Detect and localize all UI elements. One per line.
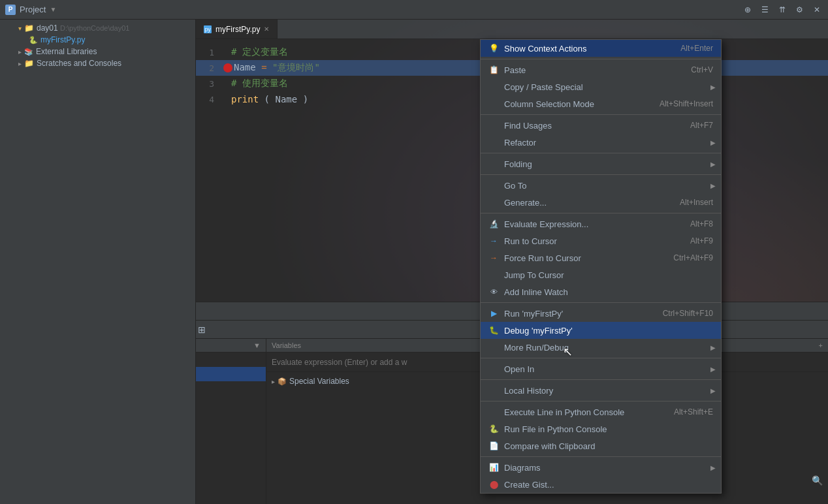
editor-tab-bar: py myFirstPy.py ✕ [196, 20, 828, 39]
ctx-execute-icon [488, 407, 499, 417]
ctx-execute-line[interactable]: Execute Line in Python Console Alt+Shift… [481, 403, 721, 420]
ctx-run-to-cursor[interactable]: → Run to Cursor Alt+F9 [481, 232, 721, 249]
ctx-paste-label: Paste [504, 65, 686, 75]
title-bar: P Project ▼ ⊕ ☰ ⇈ ⚙ ✕ [0, 0, 828, 20]
frames-dropdown[interactable]: ▼ [253, 341, 261, 349]
ctx-show-context-shortcut: Alt+Enter [680, 44, 713, 53]
ctx-run[interactable]: ▶ Run 'myFirstPy' Ctrl+Shift+F10 [481, 305, 721, 322]
tab-close-btn[interactable]: ✕ [264, 25, 269, 33]
editor-tab-myfirstpy[interactable]: py myFirstPy.py ✕ [196, 20, 278, 39]
ctx-more-run-debug[interactable]: More Run/Debug [481, 339, 721, 356]
ctx-folding[interactable]: Folding [481, 155, 721, 172]
ctx-force-run-cursor[interactable]: → Force Run to Cursor Ctrl+Alt+F9 [481, 249, 721, 266]
ctx-copy-paste-label: Copy / Paste Special [504, 82, 713, 92]
ctx-force-label: Force Run to Cursor [504, 253, 668, 263]
special-vars-icon: 📦 [278, 377, 287, 386]
ctx-copy-paste-special[interactable]: Copy / Paste Special [481, 78, 721, 95]
sidebar-file-label: myFirstPy.py [40, 35, 85, 44]
paren-token: ( [264, 94, 270, 104]
ctx-column-shortcut: Alt+Shift+Insert [660, 99, 713, 108]
ctx-sep-1 [481, 59, 721, 59]
name-token2: Name [275, 94, 297, 104]
ctx-find-label: Find Usages [504, 121, 685, 131]
ctx-history-label: Local History [504, 386, 713, 396]
ctx-open-in[interactable]: Open In [481, 360, 721, 377]
structure-btn[interactable]: ☰ [759, 4, 771, 16]
ctx-execute-label: Execute Line in Python Console [504, 407, 669, 417]
ctx-jump-cursor[interactable]: Jump To Cursor [481, 266, 721, 283]
ctx-openin-label: Open In [504, 364, 713, 374]
ctx-diagrams[interactable]: 📊 Diagrams [481, 459, 721, 476]
ctx-compare-icon: 📄 [488, 441, 499, 451]
line-number-4: 4 [196, 95, 222, 104]
sidebar-item-external-libraries[interactable]: ▸ 📚 External Libraries [0, 46, 195, 57]
ctx-diagrams-icon: 📊 [488, 462, 499, 473]
ctx-inline-watch[interactable]: 👁 Add Inline Watch [481, 283, 721, 300]
ctx-evaluate-expr[interactable]: 🔬 Evaluate Expression... Alt+F8 [481, 215, 721, 232]
sidebar-item-myfirstpy[interactable]: 🐍 myFirstPy.py [0, 34, 195, 46]
sidebar-item-scratches[interactable]: ▸ 📁 Scratches and Consoles [0, 57, 195, 69]
ctx-eval-shortcut: Alt+F8 [690, 219, 713, 228]
new-file-btn[interactable]: ⊕ [742, 4, 754, 16]
close-sidebar-btn[interactable]: ✕ [811, 4, 823, 16]
collapse-btn[interactable]: ⇈ [776, 4, 788, 16]
ctx-column-selection[interactable]: Column Selection Mode Alt+Shift+Insert [481, 95, 721, 112]
ctx-run-file-python[interactable]: 🐍 Run File in Python Console [481, 420, 721, 437]
sidebar: ▾ 📁 day01 D:\pythonCode\day01 🐍 myFirstP… [0, 20, 196, 504]
ctx-refactor[interactable]: Refactor [481, 134, 721, 151]
project-dropdown-icon[interactable]: ▼ [50, 6, 56, 13]
ctx-paste-icon: 📋 [488, 65, 499, 75]
ctx-debug-icon: 🐛 [488, 325, 499, 336]
name-token: Name [234, 62, 261, 72]
python-file-icon: 🐍 [29, 36, 38, 44]
ctx-sep-6 [481, 302, 721, 303]
ctx-goto-icon [488, 180, 499, 191]
lib-icon: 📚 [24, 48, 33, 56]
ctx-go-to[interactable]: Go To [481, 177, 721, 194]
line-number-2: 2 [196, 63, 222, 73]
ctx-sep-8 [481, 379, 721, 380]
ctx-compare-clipboard[interactable]: 📄 Compare with Clipboard [481, 437, 721, 454]
sidebar-item-day01[interactable]: ▾ 📁 day01 D:\pythonCode\day01 [0, 22, 195, 34]
sidebar-lib-label: External Libraries [36, 47, 97, 56]
ctx-gen-label: Generate... [504, 198, 675, 208]
ctx-copy-icon [488, 82, 499, 92]
ctx-local-history[interactable]: Local History [481, 382, 721, 399]
ctx-bulb-icon: 💡 [488, 43, 499, 54]
ctx-refactor-icon [488, 137, 499, 148]
context-menu: 💡 Show Context Actions Alt+Enter 📋 Paste… [480, 39, 722, 494]
ctx-force-shortcut: Ctrl+Alt+F9 [673, 253, 713, 262]
settings-btn[interactable]: ⚙ [793, 4, 806, 16]
line-number-1: 1 [196, 48, 222, 57]
ctx-show-context-label: Show Context Actions [504, 44, 675, 54]
ctx-gist-label: Create Gist... [504, 480, 713, 490]
ctx-find-usages[interactable]: Find Usages Alt+F7 [481, 117, 721, 134]
folder-icon: 📁 [24, 24, 34, 33]
string-token: "意境时尚" [272, 62, 320, 72]
line-number-3: 3 [196, 79, 222, 89]
tab-label: myFirstPy.py [215, 25, 260, 34]
ctx-debug[interactable]: 🐛 Debug 'myFirstPy' [481, 322, 721, 339]
ctx-create-gist[interactable]: ⬤ Create Gist... [481, 476, 721, 493]
frames-grid-btn[interactable]: ⊞ [195, 323, 208, 336]
sidebar-item-label: day01 D:\pythonCode\day01 [37, 24, 129, 33]
ctx-sep-4 [481, 174, 721, 175]
func-token: print [231, 94, 259, 104]
ctx-sep-2 [481, 114, 721, 115]
ctx-gen-icon [488, 197, 499, 208]
breakpoint-marker[interactable] [223, 63, 232, 72]
eq-token: = [261, 62, 272, 72]
ctx-find-shortcut: Alt+F7 [690, 121, 713, 130]
ctx-paste[interactable]: 📋 Paste Ctrl+V [481, 61, 721, 78]
ctx-goto-label: Go To [504, 181, 713, 191]
ctx-generate[interactable]: Generate... Alt+Insert [481, 194, 721, 211]
magnify-btn[interactable]: 🔍 [812, 475, 823, 486]
scratches-icon: 📁 [24, 59, 34, 68]
project-selector[interactable]: P Project ▼ [5, 5, 56, 15]
ctx-show-context-actions[interactable]: 💡 Show Context Actions Alt+Enter [481, 40, 721, 57]
ctx-run-icon: ▶ [488, 308, 499, 319]
lib-arrow: ▸ [18, 48, 22, 55]
ctx-run-label: Run 'myFirstPy' [504, 309, 658, 319]
variables-add-btn[interactable]: + [819, 341, 823, 349]
special-vars-expand: ▸ [272, 378, 275, 385]
